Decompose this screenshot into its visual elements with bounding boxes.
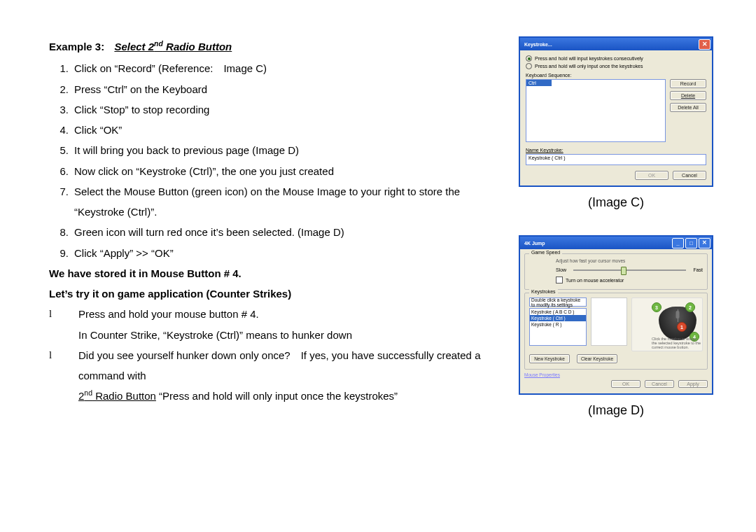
window-title: Keystroke... <box>524 42 552 47</box>
close-icon[interactable]: ✕ <box>699 39 710 50</box>
sequence-label: Keyboard Sequence: <box>526 73 706 78</box>
accelerator-checkbox[interactable]: Turn on mouse accelerator <box>529 276 703 284</box>
sequence-listbox[interactable]: Ctrl <box>526 79 666 142</box>
titlebar: 4K Jump _ □ ✕ <box>520 237 712 249</box>
bullet-list: l Press and hold your mouse button # 4. … <box>49 304 497 406</box>
speed-slider[interactable] <box>573 270 686 271</box>
list-item[interactable]: Keystroke ( Ctrl ) <box>530 315 586 321</box>
mouse-button-2[interactable]: 2 <box>685 302 695 312</box>
step-9: Click “Apply” >> “OK” <box>74 243 497 263</box>
radio-icon <box>526 63 532 69</box>
group-game-speed: Game Speed Adjust how fast your cursor m… <box>524 253 708 290</box>
bullet-marker: l <box>49 345 62 407</box>
ok-button[interactable]: OK <box>635 171 668 180</box>
delete-all-button[interactable]: Delete All <box>670 103 706 112</box>
subheading-try: Let’s try it on game application (Counte… <box>49 284 497 304</box>
preview-box <box>591 298 627 346</box>
example-title: Example 3: Select 2nd Radio Button <box>49 36 497 57</box>
list-item[interactable]: Ctrl <box>526 80 552 86</box>
caption-image-c: (Image C) <box>588 195 644 210</box>
ok-button[interactable]: OK <box>611 380 640 388</box>
instruction-text: Example 3: Select 2nd Radio Button 1.Cli… <box>49 36 497 438</box>
close-icon[interactable]: ✕ <box>699 238 710 248</box>
clear-keystroke-button[interactable]: Clear Keystroke <box>577 354 617 363</box>
numbered-steps: 1.Click on “Record” (Reference: Image C)… <box>49 58 497 263</box>
titlebar: Keystroke... ✕ <box>520 38 712 50</box>
step-6: Now click on “Keystroke (Ctrl)”, the one… <box>74 161 497 181</box>
list-item[interactable]: Keystroke ( R ) <box>530 321 586 328</box>
step-3: Click “Stop” to stop recording <box>74 99 497 120</box>
subheading-stored: We have stored it in Mouse Button # 4. <box>49 263 497 284</box>
mouse-properties-link[interactable]: Mouse Properties <box>524 372 708 377</box>
radio-option-1[interactable]: Press and hold will input keystrokes con… <box>526 55 706 62</box>
apply-button[interactable]: Apply <box>678 380 708 388</box>
mouse-button-1[interactable]: 1 <box>677 322 687 332</box>
name-input[interactable]: Keystroke ( Ctrl ) <box>526 154 706 165</box>
maximize-icon[interactable]: □ <box>685 238 697 248</box>
name-label: Name Keystroke: <box>526 148 706 153</box>
bullet-marker: l <box>49 304 62 345</box>
checkbox-icon <box>556 276 563 284</box>
step-5: It will bring you back to previous page … <box>74 140 497 160</box>
bullet-2: Did you see yourself hunker down only on… <box>78 345 497 407</box>
slow-label: Slow <box>556 267 566 272</box>
delete-button[interactable]: Delete <box>670 91 706 100</box>
fast-label: Fast <box>693 267 703 272</box>
caption-image-d: (Image D) <box>588 403 644 418</box>
mouse-hint: Click the number to assign the selected … <box>652 337 701 349</box>
step-1: Click on “Record” (Reference: Image C) <box>74 58 497 78</box>
mouse-button-3[interactable]: 3 <box>652 302 662 312</box>
group-keystrokes: Keystrokes Double click a keystroke to m… <box>524 293 708 370</box>
step-2: Press “Ctrl” on the Keyboard <box>74 79 497 99</box>
dialog-keystroke: Keystroke... ✕ Press and hold will input… <box>519 36 713 187</box>
keystroke-list[interactable]: Keystroke ( A B C D ) Keystroke ( Ctrl )… <box>529 308 587 346</box>
slider-thumb[interactable] <box>621 267 626 275</box>
step-4: Click “OK” <box>74 120 497 140</box>
step-7: Select the Mouse Button (green icon) on … <box>74 181 497 223</box>
cancel-button[interactable]: Cancel <box>673 171 706 180</box>
screenshots-column: Keystroke... ✕ Press and hold will input… <box>511 36 721 438</box>
keystroke-combo[interactable]: Double click a keystroke to modify its s… <box>529 298 587 307</box>
list-item[interactable]: Keystroke ( A B C D ) <box>530 309 586 315</box>
step-8: Green icon will turn red once it’s been … <box>74 222 497 242</box>
record-button[interactable]: Record <box>670 79 706 88</box>
mouse-diagram: 3 2 1 4 Click the number to assign the s… <box>631 298 703 351</box>
bullet-1: Press and hold your mouse button # 4. In… <box>78 304 497 345</box>
minimize-icon[interactable]: _ <box>672 238 684 248</box>
radio-option-2[interactable]: Press and hold will only input once the … <box>526 62 706 70</box>
title-label: Example 3: <box>49 41 104 52</box>
radio-icon <box>526 55 532 62</box>
cancel-button[interactable]: Cancel <box>645 380 674 388</box>
new-keystroke-button[interactable]: New Keystroke <box>529 354 570 363</box>
dialog-4k-jump: 4K Jump _ □ ✕ Game Speed Adjust how fast… <box>519 235 713 395</box>
window-title: 4K Jump <box>524 241 545 246</box>
title-text: Select 2nd Radio Button <box>114 41 232 52</box>
